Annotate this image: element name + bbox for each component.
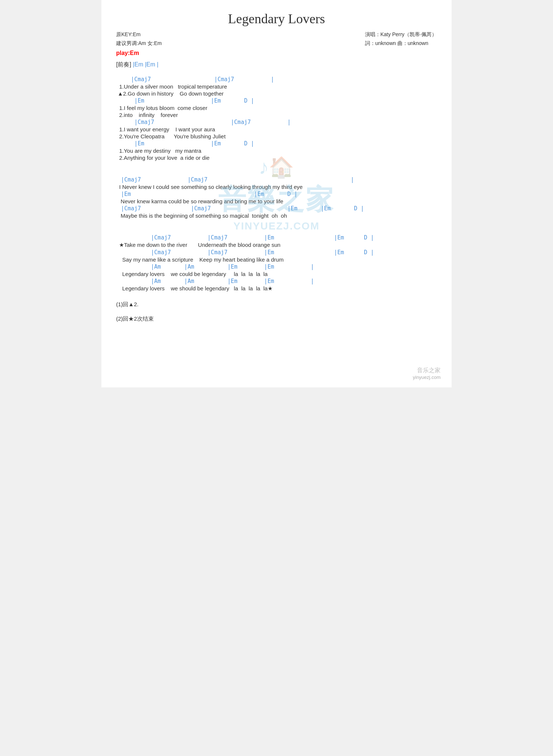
sections-container: |Cmaj7 |Cmaj7 | 1.Under a silver moon tr… (116, 76, 437, 292)
lyric-line: 2.into infinity forever (116, 112, 437, 118)
lyric-line: 1.I feel my lotus bloom come closer (116, 105, 437, 111)
chord-line: |Cmaj7 |Cmaj7 |Em |Em D | (116, 205, 437, 212)
song-title: Legendary Lovers (116, 11, 437, 27)
section-chorus: |Cmaj7 |Cmaj7 |Em |Em D | ★Take me down … (116, 234, 437, 292)
chord-line: |Cmaj7 |Cmaj7 |Em |Em D | (116, 234, 437, 241)
lyric-line: 1.Under a silver moon tropical temperatu… (116, 83, 437, 90)
lyric-line: 1.You are my destiny my mantra (116, 148, 437, 154)
singer: 演唱：Katy Perry（凯蒂·佩芮） (365, 30, 437, 39)
lyric-line: 1.I want your energy I want your aura (116, 126, 437, 132)
intro-line: [前奏] |Em |Em | (116, 61, 437, 69)
intro-label: [前奏] (116, 61, 131, 68)
sheet-music-page: ♪🏠 音樂之家 YINYUEZJ.COM Legendary Lovers 原K… (101, 0, 452, 387)
section-verse1: |Cmaj7 |Cmaj7 | 1.Under a silver moon tr… (116, 76, 437, 161)
original-key: 原KEY:Em (116, 30, 162, 39)
chord-line: |Am |Am |Em |Em | (116, 263, 437, 270)
intro-chords: |Em |Em | (133, 61, 158, 68)
meta-left: 原KEY:Em 建议男调:Am 女:Em play:Em (116, 30, 162, 58)
lyric-line: Say my name like a scripture Keep my hea… (116, 256, 437, 263)
lyric-line: ▲2.Go down in history Go down together (116, 90, 437, 97)
chord-line: |Em |Em D | (116, 191, 437, 197)
chord-line: |Cmaj7 |Cmaj7 | (116, 76, 437, 83)
lyric-line: 2.You're Cleopatra You're blushing Julie… (116, 133, 437, 139)
chord-line: |Cmaj7 |Cmaj7 |Em |Em D | (116, 249, 437, 256)
chord-line: |Em |Em D | (116, 97, 437, 104)
suggestion: 建议男调:Am 女:Em (116, 39, 162, 48)
play-key: play:Em (116, 48, 162, 58)
lyric-line: Maybe this is the beginning of something… (116, 213, 437, 219)
bottom-logo: 音乐之家 yinyuezj.com (413, 367, 441, 380)
chord-line: |Am |Am |Em |Em | (116, 278, 437, 284)
chord-line: |Em |Em D | (116, 140, 437, 147)
chord-line: |Cmaj7 |Cmaj7 | (116, 119, 437, 125)
lyric-line: Never knew karma could be so rewarding a… (116, 198, 437, 204)
note-2: (2)回★2次结束 (116, 315, 437, 322)
lyric-line: 2.Anything for your love a ride or die (116, 155, 437, 161)
note-1: (1)回▲2. (116, 301, 437, 308)
lyric-line: Legendary lovers we could be legendary l… (116, 271, 437, 277)
lyric-line: I Never knew I could see something so cl… (116, 184, 437, 190)
meta-right: 演唱：Katy Perry（凯蒂·佩芮） 詞：unknown 曲：unknown (365, 30, 437, 48)
bottom-logo-en: yinyuezj.com (413, 374, 441, 380)
lyrics-composer: 詞：unknown 曲：unknown (365, 39, 437, 48)
bottom-logo-cn: 音乐之家 (413, 367, 441, 374)
section-prechorus: |Cmaj7 |Cmaj7 | I Never knew I could see… (116, 176, 437, 219)
lyric-line: ★Take me down to the river Underneath th… (116, 242, 437, 248)
notes-section: (1)回▲2. (2)回★2次结束 (116, 301, 437, 322)
chord-line: |Cmaj7 |Cmaj7 | (116, 176, 437, 183)
lyric-line: Legendary lovers we should be legendary … (116, 285, 437, 292)
